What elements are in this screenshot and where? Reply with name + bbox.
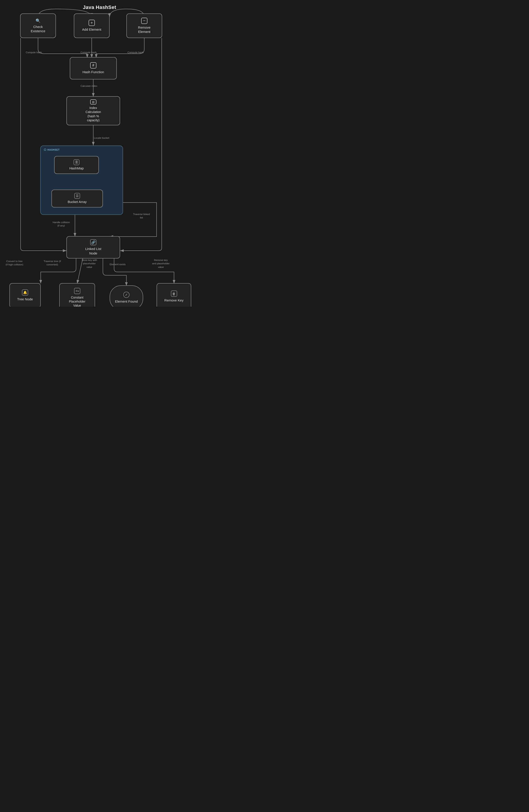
linked-list-node: 🔗 Linked List Node — [67, 236, 120, 259]
tree-node-label: Tree Node — [17, 297, 33, 302]
edge-label-collision: Handle collision (if any) — [53, 221, 70, 228]
element-found-node: ✓ Element Found — [109, 285, 143, 307]
constant-placeholder-node: 🗝 Constant Placeholder Value — [59, 283, 95, 307]
hash-icon: # — [90, 62, 97, 69]
edge-label-store-key: Store key with placeholder value — [82, 259, 97, 269]
hashset-badge: ⬡ HASHSET — [44, 148, 60, 151]
edge-label-remove-key-label: Remove key and placeholder value — [152, 259, 170, 269]
tree-node-node: 🔔 Tree Node — [10, 283, 41, 307]
hashset-container: ⬡ HASHSET 🗄 HashMap ☰ Bucket Array — [40, 145, 123, 215]
hashset-icon: ⬡ — [44, 148, 46, 151]
edge-label-element-exists: Element exists — [109, 263, 126, 266]
add-element-label: Add Element — [82, 27, 101, 32]
hash-function-label: Hash Function — [83, 70, 104, 74]
page-title: Java HashSet — [0, 4, 199, 10]
hashmap-node: 🗄 HashMap — [54, 156, 99, 174]
checkmark-icon: ✓ — [123, 292, 130, 298]
linked-list-label: Linked List Node — [85, 247, 101, 256]
list-icon: ☰ — [74, 193, 80, 199]
hash-function-node: # Hash Function — [70, 57, 117, 79]
check-existence-label: Check Existence — [31, 25, 45, 33]
check-existence-node: 🔍 Check Existence — [20, 13, 56, 38]
edge-label-convert: Convert to tree (if high collision) — [5, 260, 23, 266]
edge-label-compute3: Compute hash — [128, 51, 144, 54]
hashmap-label: HashMap — [69, 166, 84, 171]
calc-icon: ⊞ — [90, 99, 97, 104]
link-icon: 🔗 — [90, 239, 97, 245]
minus-circle-icon: − — [141, 18, 147, 24]
database-icon: 🗄 — [74, 159, 79, 165]
remove-element-node: − Remove Element — [127, 13, 162, 38]
edge-label-calc-index: Calculate index — [80, 85, 97, 87]
index-calc-label: Index Calculation (hash % capacity) — [86, 106, 101, 122]
element-found-label: Element Found — [115, 299, 138, 304]
constant-placeholder-label: Constant Placeholder Value — [69, 295, 86, 307]
search-icon: 🔍 — [35, 18, 41, 23]
remove-key-label: Remove Key — [164, 298, 183, 303]
add-element-node: + Add Element — [74, 13, 109, 38]
edge-label-traverse-list: Traverse linked list — [133, 213, 150, 220]
index-calc-node: ⊞ Index Calculation (hash % capacity) — [67, 96, 120, 125]
tree-icon: 🔔 — [22, 289, 28, 296]
edge-label-locate: Locate bucket — [94, 136, 109, 139]
plus-circle-icon: + — [89, 20, 95, 26]
edge-label-compute2: Compute hash — [80, 51, 97, 54]
remove-element-label: Remove Element — [138, 25, 150, 34]
remove-key-node: 🗑 Remove Key — [157, 283, 191, 307]
diagram-container: Java HashSet — [0, 0, 199, 26]
edge-label-compute1: Compute hash — [26, 51, 42, 54]
trash-icon: 🗑 — [171, 290, 177, 297]
bucket-array-node: ☰ Bucket Array — [52, 190, 103, 207]
bucket-array-label: Bucket Array — [68, 200, 87, 204]
key-icon: 🗝 — [74, 288, 80, 294]
edge-label-traverse-tree: Traverse tree (if converted) — [44, 260, 61, 266]
